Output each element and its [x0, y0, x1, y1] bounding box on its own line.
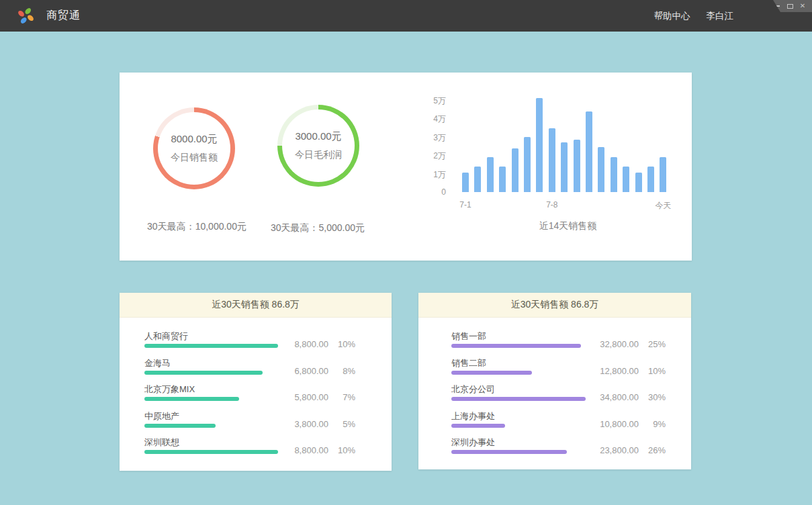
bar-day-17 [660, 157, 666, 192]
x-tick-label: 7-8 [525, 200, 579, 210]
bar-day-8 [549, 128, 555, 192]
minimize-icon[interactable] [774, 2, 780, 10]
today-profit-gauge: 3000.00元 今日毛利润 [277, 105, 359, 187]
bar-day-6 [524, 137, 531, 193]
rank-item-percent: 9% [639, 419, 666, 429]
y-tick-label: 4万 [408, 113, 446, 125]
rank-item-values: 8,800.0010% [280, 445, 355, 455]
rank-item-values: 5,800.007% [280, 392, 355, 402]
rank-item-percent: 25% [639, 339, 666, 349]
rank-item-name: 深圳联想 [144, 437, 179, 449]
rank-item-amount: 6,800.00 [280, 366, 328, 376]
bar-day-5 [512, 148, 518, 192]
rank-item-percent: 10% [328, 445, 355, 455]
today-profit-label: 今日毛利润 [295, 149, 342, 161]
rank-item-amount: 23,800.00 [590, 445, 639, 455]
rank-item-values: 6,800.008% [280, 366, 355, 376]
rank-item-bar [451, 397, 586, 401]
rank-item: 上海办事处10,800.009% [418, 408, 691, 434]
today-overview-panel: 8000.00元 今日销售额 30天最高：10,000.00元 3000.00元… [120, 73, 692, 261]
window-controls: ✕ [773, 0, 812, 12]
chart-title: 近14天销售额 [462, 220, 674, 232]
bar-day-1 [462, 173, 469, 192]
bar-day-16 [647, 167, 654, 193]
bar-day-13 [611, 157, 617, 192]
bar-day-14 [623, 167, 629, 193]
rank-item-name: 北京万象MIX [144, 383, 195, 396]
rank-item-amount: 3,800.00 [280, 419, 328, 429]
rank-item-name: 人和商贸行 [144, 330, 188, 342]
close-icon[interactable]: ✕ [799, 2, 806, 10]
rank-item-name: 北京分公司 [451, 383, 495, 396]
rank-item-bar [451, 371, 532, 375]
sales-bar-plot [462, 91, 674, 192]
help-center-link[interactable]: 帮助中心 [654, 10, 690, 22]
rank-item-values: 34,800.0030% [590, 392, 666, 402]
rank-item: 销售一部32,800.0025% [418, 328, 691, 355]
rank-item: 深圳办事处23,800.0026% [418, 434, 691, 461]
rank-item-name: 中原地产 [144, 410, 179, 422]
rank-item-amount: 5,800.00 [280, 392, 328, 402]
rank-item: 北京分公司34,800.0030% [418, 381, 691, 408]
department-rank-header: 近30天销售额 86.8万 [418, 293, 691, 318]
rank-item: 人和商贸行8,800.0010% [120, 328, 392, 355]
rank-item-name: 上海办事处 [451, 410, 495, 422]
rank-item-percent: 26% [639, 445, 666, 455]
rank-item-bar [451, 450, 567, 454]
rank-item-bar [144, 424, 216, 428]
bar-day-4 [499, 167, 506, 193]
today-sales-label: 今日销售额 [171, 152, 218, 164]
titlebar: 商贸通 帮助中心 李白江 ✕ [0, 0, 812, 32]
rank-item-amount: 8,800.00 [280, 339, 328, 349]
y-tick-label: 5万 [408, 95, 446, 107]
rank-item-values: 32,800.0025% [590, 339, 666, 349]
rank-item-percent: 8% [328, 366, 355, 376]
y-tick-label: 0 [408, 187, 446, 197]
rank-item-values: 8,800.0010% [280, 339, 355, 349]
rank-item-amount: 34,800.00 [590, 392, 639, 402]
rank-item-values: 10,800.009% [590, 419, 666, 429]
bar-day-10 [574, 140, 580, 192]
rank-item: 北京万象MIX5,800.007% [120, 381, 392, 408]
customer-rank-header: 近30天销售额 86.8万 [120, 293, 392, 318]
department-rank-panel: 近30天销售额 86.8万 销售一部32,800.0025%销售二部12,800… [418, 293, 691, 469]
rank-item-values: 12,800.0010% [590, 366, 666, 376]
bar-day-15 [635, 173, 642, 192]
bar-day-2 [474, 167, 481, 193]
rank-item-percent: 10% [328, 339, 355, 349]
rank-item-name: 金海马 [144, 357, 171, 369]
profit-30d-max: 30天最高：5,000.00元 [244, 222, 392, 234]
rank-item-percent: 30% [639, 392, 666, 402]
rank-item-name: 销售一部 [451, 330, 486, 342]
bar-day-9 [561, 142, 568, 192]
rank-item-percent: 5% [328, 419, 355, 429]
rank-item-amount: 12,800.00 [590, 366, 639, 376]
app-title: 商贸通 [46, 9, 81, 23]
username-menu[interactable]: 李白江 [707, 10, 734, 22]
department-rank-list: 销售一部32,800.0025%销售二部12,800.0010%北京分公司34,… [418, 318, 691, 461]
rank-item-amount: 32,800.00 [590, 339, 639, 349]
today-profit-value: 3000.00元 [295, 130, 341, 143]
rank-item: 中原地产3,800.005% [120, 408, 392, 434]
rank-item-bar [144, 450, 278, 454]
bar-day-11 [586, 111, 592, 192]
rank-item-percent: 10% [639, 366, 666, 376]
rank-item-bar [451, 424, 505, 428]
rank-item-bar [144, 397, 239, 401]
y-tick-label: 2万 [408, 150, 446, 162]
rank-item-values: 23,800.0026% [590, 445, 666, 455]
rank-item-percent: 7% [328, 392, 355, 402]
pinwheel-logo-icon [17, 7, 35, 25]
bar-day-7 [536, 98, 543, 192]
bar-day-12 [598, 147, 604, 192]
rank-item: 金海马6,800.008% [120, 355, 392, 381]
maximize-icon[interactable] [786, 2, 793, 10]
y-tick-label: 3万 [408, 132, 446, 144]
rank-item-name: 深圳办事处 [451, 437, 495, 449]
rank-item-values: 3,800.005% [280, 419, 355, 429]
rank-item-amount: 8,800.00 [280, 445, 328, 455]
today-sales-gauge: 8000.00元 今日销售额 [153, 107, 235, 189]
today-sales-value: 8000.00元 [171, 133, 217, 146]
y-tick-label: 1万 [408, 169, 446, 181]
x-tick-label: 今天 [636, 200, 690, 212]
